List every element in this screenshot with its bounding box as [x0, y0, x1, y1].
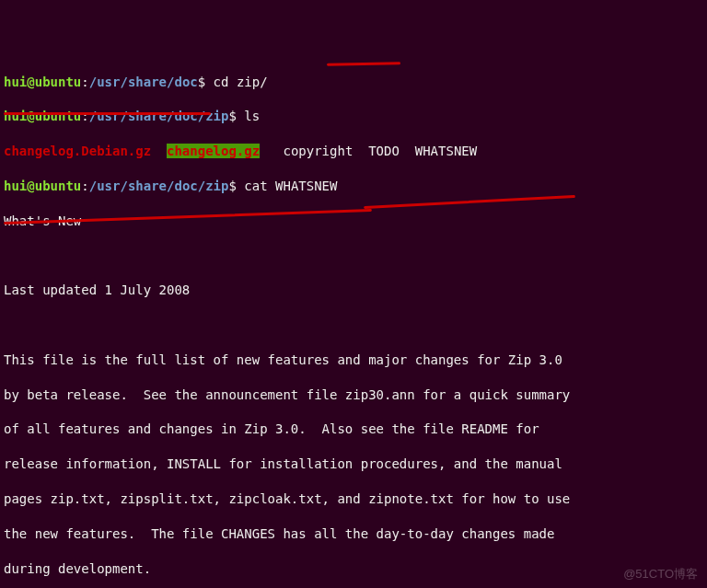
ls-output-line: changelog.Debian.gz changelog.gz copyrig…	[4, 143, 703, 160]
cwd-path: /usr/share/doc/zip	[89, 179, 229, 193]
file-item: copyright	[283, 144, 353, 158]
prompt-line-1[interactable]: hui@ubuntu:/usr/share/doc$ cd zip/	[4, 74, 703, 91]
command-input: ls	[244, 109, 260, 123]
paragraph-line: the new features. The file CHANGES has a…	[4, 525, 703, 543]
command-input: cd zip/	[214, 75, 268, 89]
file-gz-highlighted: changelog.gz	[167, 144, 260, 158]
paragraph-line: of all features and changes in Zip 3.0. …	[4, 421, 703, 438]
prompt-line-2[interactable]: hui@ubuntu:/usr/share/doc/zip$ ls	[4, 108, 703, 125]
file-gz: changelog.Debian.gz	[4, 144, 151, 158]
paragraph-line: release information, INSTALL for install…	[4, 455, 703, 473]
paragraph-line: during development.	[4, 560, 703, 578]
blank-line	[4, 317, 703, 334]
file-item: TODO	[368, 144, 400, 158]
paragraph-line: pages zip.txt, zipsplit.txt, zipcloak.tx…	[4, 490, 703, 508]
watermark: @51CTO博客	[623, 566, 698, 582]
annotation-underline	[327, 62, 400, 65]
cwd-path: /usr/share/doc	[89, 75, 198, 89]
file-item: WHATSNEW	[415, 144, 477, 158]
user-host: hui@ubuntu	[4, 109, 81, 123]
annotation-underline	[364, 195, 575, 209]
command-input: cat WHATSNEW	[244, 179, 337, 193]
user-host: hui@ubuntu	[4, 179, 81, 193]
prompt-line-3[interactable]: hui@ubuntu:/usr/share/doc/zip$ cat WHATS…	[4, 178, 703, 195]
blank-line	[4, 247, 703, 264]
paragraph-line: by beta release. See the announcement fi…	[4, 386, 703, 404]
whatsnew-title: What's New	[4, 213, 703, 230]
cwd-path: /usr/share/doc/zip	[89, 109, 229, 123]
user-host: hui@ubuntu	[4, 75, 81, 89]
annotation-underline	[4, 112, 211, 115]
paragraph-line: This file is the full list of new featur…	[4, 352, 703, 369]
last-updated: Last updated 1 July 2008	[4, 282, 703, 299]
